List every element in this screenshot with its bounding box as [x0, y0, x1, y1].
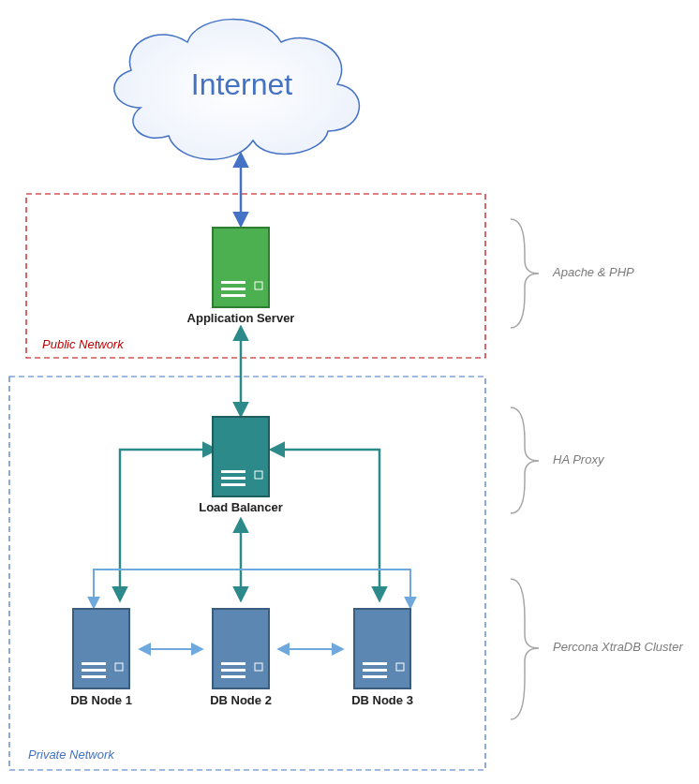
svg-rect-2 [221, 288, 245, 290]
svg-rect-13 [82, 675, 106, 678]
svg-rect-6 [221, 470, 245, 473]
db-node-2-icon [213, 609, 269, 688]
svg-rect-22 [363, 669, 387, 672]
db-node-2-label: DB Node 2 [185, 693, 297, 707]
private-network-label: Private Network [28, 747, 114, 762]
annot-app: Apache & PHP [553, 265, 634, 279]
architecture-diagram: Internet Application Server Load Balance… [0, 0, 699, 784]
svg-rect-17 [221, 669, 245, 672]
annot-lb: HA Proxy [553, 452, 603, 466]
brace-app [511, 219, 539, 328]
svg-rect-16 [221, 662, 245, 665]
svg-rect-11 [82, 662, 106, 665]
app-server-label: Application Server [185, 311, 297, 325]
svg-rect-12 [82, 669, 106, 672]
svg-rect-8 [221, 483, 245, 486]
load-balancer-icon [213, 417, 269, 496]
diagram-svg [0, 0, 699, 784]
svg-rect-21 [363, 662, 387, 665]
conn-lb-db3 [272, 450, 379, 599]
db-node-3-icon [354, 609, 410, 688]
brace-db [511, 579, 539, 719]
svg-rect-7 [221, 477, 245, 480]
db-node-3-label: DB Node 3 [326, 693, 439, 707]
db-node-1-label: DB Node 1 [45, 693, 157, 707]
conn-db-ring [94, 570, 410, 607]
public-network-label: Public Network [42, 337, 124, 351]
svg-rect-3 [221, 294, 245, 297]
brace-lb [511, 407, 539, 513]
load-balancer-label: Load Balancer [185, 500, 297, 514]
annot-db: Percona XtraDB Cluster [553, 640, 683, 654]
conn-lb-db1 [120, 450, 216, 599]
svg-rect-23 [363, 675, 387, 678]
svg-rect-1 [221, 281, 245, 284]
svg-rect-18 [221, 675, 245, 678]
app-server-icon [213, 228, 269, 307]
internet-label: Internet [148, 67, 335, 102]
db-node-1-icon [73, 609, 129, 688]
